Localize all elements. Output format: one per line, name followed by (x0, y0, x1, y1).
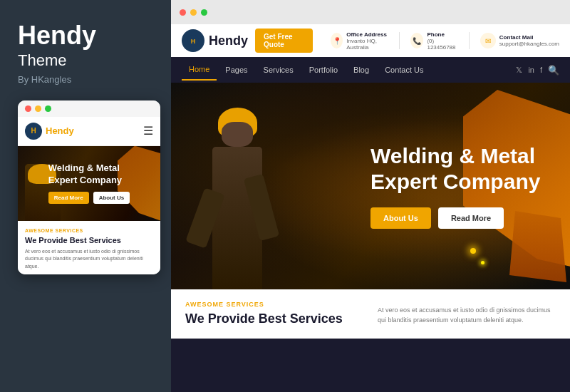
services-right: At vero eos et accusamus et iusto odio d… (378, 301, 556, 327)
top-info-bar: H Hendy Get Free Quote 📍 Office Address … (171, 24, 570, 57)
mobile-hero: Welding & MetalExpert Company Read More … (18, 146, 160, 221)
dot-green (45, 105, 51, 112)
contact-icon: ✉ (480, 33, 496, 48)
contact-label: Contact Mail (499, 34, 559, 41)
mobile-read-more-button[interactable]: Read More (48, 192, 89, 204)
hero-title-line1: Welding & Metal (370, 144, 535, 167)
hero-read-button[interactable]: Read More (438, 207, 504, 229)
left-panel: Hendy Theme By HKangles H Hendy ☰ (0, 0, 171, 392)
nav-item-blog[interactable]: Blog (346, 60, 376, 80)
hero-content: Welding & Metal Expert Company About Us … (370, 143, 556, 229)
nav-item-services[interactable]: Services (256, 60, 301, 80)
mobile-logo-text: Hendy (46, 125, 74, 136)
nav-item-portfolio[interactable]: Portfolio (302, 60, 345, 80)
services-left: AWESOME SERVICES We Provide Best Service… (185, 301, 363, 327)
dot-red (25, 105, 31, 112)
phone-info: 📞 Phone (0) 123456788 (410, 31, 458, 51)
nav-item-contact[interactable]: Contact Us (378, 60, 430, 80)
get-quote-button[interactable]: Get Free Quote (255, 29, 313, 53)
brand-subtitle: Theme (18, 51, 153, 70)
nav-item-home[interactable]: Home (182, 59, 217, 81)
site-logo-icon: H (182, 29, 204, 52)
contact-value: support@hkangles.com (499, 41, 559, 47)
browser-dot-yellow (190, 9, 197, 16)
browser-dot-green (201, 9, 207, 16)
office-text: Office Address Invanto HQ, Australia (346, 31, 388, 51)
mobile-nav: H Hendy ☰ (18, 117, 160, 146)
mobile-logo-icon: H (25, 123, 42, 140)
spark-2 (481, 261, 484, 264)
site-logo-area: H Hendy (182, 29, 248, 52)
svg-text:H: H (191, 38, 196, 45)
mobile-logo-area: H Hendy (25, 123, 74, 140)
mobile-preview: H Hendy ☰ Welding & MetalExpert Company … (18, 100, 160, 275)
brand-title: Hendy (18, 21, 153, 50)
browser-dot-red (180, 9, 186, 16)
facebook-icon[interactable]: f (540, 66, 542, 74)
desktop-preview: H Hendy Get Free Quote 📍 Office Address … (171, 0, 570, 392)
brand-by: By HKangles (18, 74, 153, 85)
linkedin-icon[interactable]: in (528, 66, 534, 74)
mobile-hamburger-icon[interactable]: ☰ (143, 124, 153, 138)
office-value: Invanto HQ, Australia (346, 38, 388, 51)
mobile-hero-title: Welding & MetalExpert Company (48, 163, 130, 187)
services-title: We Provide Best Services (185, 311, 363, 327)
mobile-hero-btns: Read More About Us (48, 192, 130, 204)
dot-yellow (35, 105, 41, 112)
mobile-services-description: At vero eos et accusamus et iusto odio d… (25, 248, 153, 271)
hero-title: Welding & Metal Expert Company (370, 143, 556, 195)
worker-container (191, 104, 284, 289)
hero-section: Welding & Metal Expert Company About Us … (171, 83, 570, 289)
info-divider-2 (469, 32, 470, 49)
hero-about-button[interactable]: About Us (370, 207, 431, 229)
mobile-services-title: We Provide Best Services (25, 235, 153, 245)
mobile-about-us-button[interactable]: About Us (93, 192, 130, 204)
site-logo-text: Hendy (209, 33, 248, 48)
hero-buttons: About Us Read More (370, 207, 556, 229)
main-nav: Home Pages Services Portfolio Blog Conta… (171, 57, 570, 83)
nav-right: 𝕏 in f 🔍 (516, 65, 559, 76)
logo-svg: H (187, 34, 200, 47)
twitter-icon[interactable]: 𝕏 (516, 66, 522, 75)
phone-icon: 📞 (410, 33, 423, 48)
mobile-services-section: AWESOME SERVICES We Provide Best Service… (18, 221, 160, 275)
browser-chrome (171, 0, 570, 24)
worker-head (222, 122, 253, 147)
phone-label: Phone (427, 31, 458, 38)
spark-1 (470, 248, 476, 254)
contact-text: Contact Mail support@hkangles.com (499, 34, 559, 47)
office-info: 📍 Office Address Invanto HQ, Australia (331, 31, 388, 51)
mobile-awesome-label: AWESOME SERVICES (25, 228, 153, 233)
office-label: Office Address (346, 31, 388, 38)
services-description: At vero eos et accusamus et iusto odio d… (378, 305, 556, 326)
services-section: AWESOME SERVICES We Provide Best Service… (171, 289, 570, 339)
phone-value: (0) 123456788 (427, 38, 458, 51)
mobile-window-chrome (18, 100, 160, 117)
phone-text: Phone (0) 123456788 (427, 31, 458, 51)
search-icon[interactable]: 🔍 (548, 65, 559, 76)
awesome-label: AWESOME SERVICES (185, 301, 363, 308)
mobile-hero-content: Welding & MetalExpert Company Read More … (40, 155, 138, 212)
office-icon: 📍 (331, 33, 343, 48)
hero-title-line2: Expert Company (370, 170, 540, 193)
info-divider-1 (399, 32, 400, 49)
contact-info: ✉ Contact Mail support@hkangles.com (480, 33, 559, 48)
nav-item-pages[interactable]: Pages (218, 60, 254, 80)
right-panel: H Hendy Get Free Quote 📍 Office Address … (171, 0, 570, 392)
